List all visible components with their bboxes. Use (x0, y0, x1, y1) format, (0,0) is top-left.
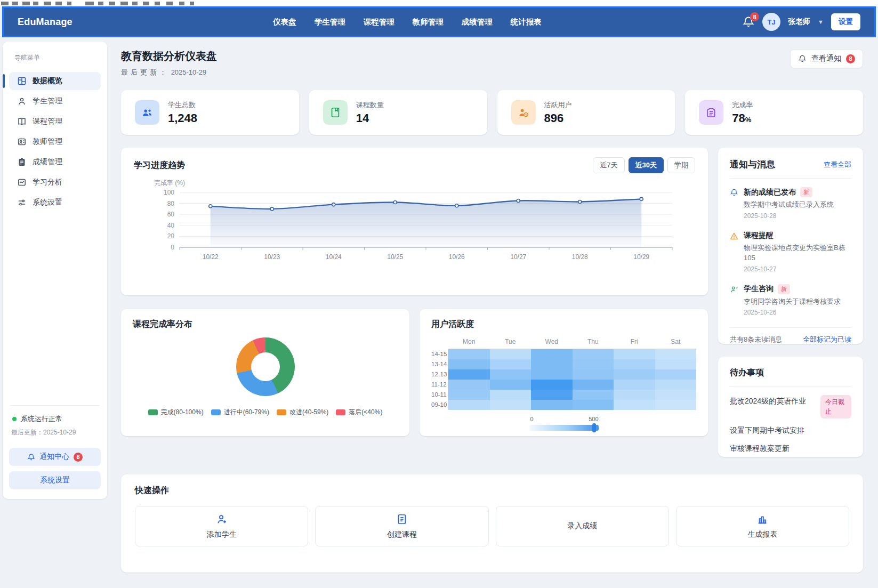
legend-swatch (148, 409, 158, 415)
bell-icon (730, 187, 738, 196)
nav-item-5[interactable]: 统计报表 (511, 17, 542, 27)
notice-center-button[interactable]: 通知中心 8 (9, 448, 101, 466)
nav-item-0[interactable]: 仪表盘 (273, 17, 296, 27)
chevron-down-icon[interactable]: ▼ (818, 19, 824, 25)
middle-zone: 学习进度趋势 近7天近30天学期 完成率 (%)02040608010010/2… (121, 148, 863, 457)
heatmap-hour-label: 11-12 (431, 380, 448, 390)
clipped-glyph (179, 2, 184, 5)
notification-title: 课程提醒 (744, 231, 774, 240)
main-content: 教育数据分析仪表盘 最后更新： 2025-10-29 查看通知 8 学生总数1,… (121, 42, 863, 573)
settings-button[interactable]: 设置 (831, 13, 860, 30)
data-point (332, 203, 335, 206)
trend-chart-title: 学习进度趋势 (134, 160, 185, 171)
trend-tab-2[interactable]: 学期 (667, 157, 695, 173)
heatmap-day-label: Tue (490, 336, 531, 349)
sidebar-item-6[interactable]: 系统设置 (9, 194, 101, 212)
sidebar-item-2[interactable]: 课程管理 (9, 112, 101, 131)
clipped-glyph (85, 2, 94, 5)
sidebar-settings-button[interactable]: 系统设置 (9, 471, 101, 489)
quick-action-0[interactable]: 添加学生 (135, 506, 308, 546)
stat-icon-box (323, 100, 348, 125)
notification-item-2[interactable]: ?学生咨询新李明同学咨询关于课程考核要求2025-10-26 (730, 284, 851, 317)
heatmap-cell (448, 400, 490, 410)
clipped-browser-text (0, 0, 878, 6)
trend-tab-1[interactable]: 近30天 (629, 157, 664, 173)
trend-tab-0[interactable]: 近7天 (593, 157, 624, 173)
warning-triangle-icon (730, 231, 738, 239)
quick-action-2[interactable]: 录入成绩 (496, 506, 669, 546)
app-logo: EduManage (18, 17, 73, 28)
notification-bell-button[interactable]: 8 (742, 15, 755, 28)
nav-item-2[interactable]: 课程管理 (364, 17, 394, 27)
heatmap-cell (573, 380, 614, 390)
stat-card-0: 学生总数1,248 (121, 90, 299, 135)
color-gradient-bar (529, 425, 599, 431)
mark-all-read-link[interactable]: 全部标记为已读 (803, 335, 851, 344)
new-badge: 新 (800, 187, 812, 197)
heatmap-cell (655, 400, 697, 410)
heatmap-day-label: Mon (448, 336, 490, 349)
user-avatar[interactable]: TJ (762, 13, 780, 31)
data-point (393, 201, 397, 204)
view-notifications-button[interactable]: 查看通知 8 (790, 49, 863, 68)
quick-action-1[interactable]: 创建课程 (315, 506, 488, 546)
data-point (517, 199, 520, 202)
quick-actions-card: 快速操作 添加学生创建课程录入成绩生成报表 (121, 474, 863, 573)
legend-item-3[interactable]: 落后(<40%) (336, 408, 382, 417)
legend-item-0[interactable]: 完成(80-100%) (148, 408, 204, 417)
quick-actions-title: 快速操作 (135, 485, 849, 496)
todo-title: 待办事项 (730, 367, 851, 378)
clipped-glyph (132, 2, 138, 5)
legend-item-1[interactable]: 进行中(60-79%) (211, 408, 269, 417)
nav-item-3[interactable]: 教师管理 (413, 17, 444, 27)
heatmap-cell (573, 369, 614, 380)
x-tick-label: 10/22 (203, 253, 219, 261)
legend-swatch (211, 409, 221, 415)
clipped-glyph (109, 2, 115, 5)
todo-item-0[interactable]: 批改2024级的英语作业今日截止 (730, 395, 851, 418)
bell-icon (798, 54, 807, 63)
activity-heatmap: MonTueWedThuFriSat14-1513-1412-1311-1210… (431, 336, 696, 410)
legend-swatch (336, 409, 345, 415)
view-all-link[interactable]: 查看全部 (824, 160, 851, 170)
heatmap-cell (448, 369, 490, 380)
heatmap-cell (614, 369, 655, 380)
sidebar-item-0[interactable]: 数据概览 (9, 72, 101, 90)
sidebar-item-4[interactable]: 成绩管理 (9, 153, 101, 171)
heatmap-cell (448, 359, 490, 369)
notifications-title: 通知与消息 (730, 158, 775, 171)
left-column: 学习进度趋势 近7天近30天学期 完成率 (%)02040608010010/2… (121, 148, 708, 436)
sidebar-item-label: 数据概览 (33, 76, 62, 86)
scale-max-label: 500 (589, 416, 598, 422)
stat-value: 1,248 (168, 111, 197, 125)
settings-sliders-icon (18, 198, 26, 207)
heatmap-cell (490, 390, 531, 400)
scale-handle[interactable] (592, 423, 596, 432)
nav-item-4[interactable]: 成绩管理 (462, 17, 493, 27)
todo-item-1[interactable]: 设置下周期中考试安排 (730, 424, 851, 437)
sidebar-item-label: 学习分析 (33, 178, 62, 187)
sidebar-item-5[interactable]: 学习分析 (9, 173, 101, 191)
heatmap-cell (490, 369, 531, 380)
navbar-right: 8 TJ 张老师 ▼ 设置 (742, 13, 860, 31)
notification-item-0[interactable]: 新的成绩已发布新数学期中考试成绩已录入系统2025-10-28 (730, 187, 851, 220)
y-tick-label: 80 (167, 200, 175, 207)
heatmap-cell (573, 400, 614, 410)
data-point (455, 204, 458, 207)
todo-item-2[interactable]: 审核课程教案更新 (730, 442, 851, 455)
main-nav: 仪表盘学生管理课程管理教师管理成绩管理统计报表 (73, 17, 742, 27)
nav-item-1[interactable]: 学生管理 (315, 17, 345, 27)
heatmap-cell (448, 349, 490, 359)
quick-action-3[interactable]: 生成报表 (676, 506, 849, 546)
sidebar-item-label: 学生管理 (33, 96, 62, 106)
sidebar-item-label: 系统设置 (33, 198, 62, 207)
sidebar-item-3[interactable]: 教师管理 (9, 133, 101, 151)
legend-item-2[interactable]: 改进(40-59%) (277, 408, 328, 417)
notification-item-1[interactable]: 课程提醒物理实验课地点变更为实验室B栋1052025-10-27 (730, 231, 851, 273)
clipped-glyph (120, 2, 128, 5)
bar-chart-icon (756, 513, 768, 525)
stat-card-3: 完成率78% (685, 90, 863, 135)
sidebar-item-1[interactable]: 学生管理 (9, 92, 101, 110)
stat-label: 课程数量 (356, 100, 384, 110)
heatmap-cell (448, 390, 490, 400)
